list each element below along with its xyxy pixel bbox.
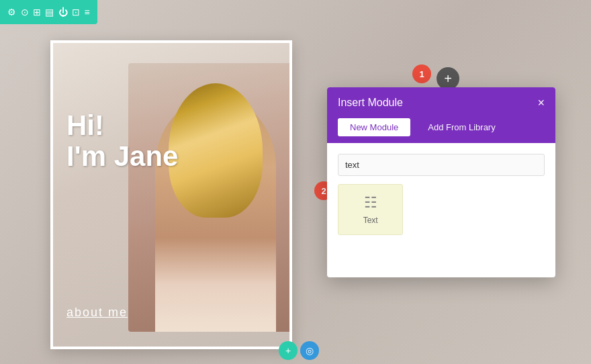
modal-close-button[interactable]: × [537, 97, 545, 109]
modal-title: Insert Module [338, 97, 403, 109]
modal-tabs: New Module Add From Library [327, 118, 555, 143]
step-badge-1: 1 [412, 64, 431, 83]
module-search-input[interactable] [338, 154, 545, 176]
page-card: Hi! I'm Jane about me [50, 40, 292, 349]
card-inner: Hi! I'm Jane about me [53, 43, 289, 347]
insert-module-modal: Insert Module × New Module Add From Libr… [327, 87, 555, 277]
tab-new-module[interactable]: New Module [338, 118, 410, 136]
toolbar: ⚙ ⊙ ⊞ ▤ ⏻ ⊡ ≡ [0, 0, 97, 24]
tab-add-from-library[interactable]: Add From Library [416, 118, 507, 136]
bottom-action-buttons: + ◎ [279, 341, 319, 360]
add-module-button[interactable]: + [437, 67, 459, 90]
modal-body: ☷ Text [327, 143, 555, 277]
settings-row-button[interactable]: ◎ [300, 341, 319, 360]
card-hi-text: Hi! [66, 110, 178, 141]
card-photo [128, 63, 292, 332]
text-module-icon: ☷ [364, 194, 377, 212]
card-name-text: I'm Jane [66, 141, 178, 172]
box-icon[interactable]: ⊡ [72, 7, 80, 17]
menu-icon[interactable]: ≡ [85, 7, 90, 17]
modal-header: Insert Module × [327, 87, 555, 118]
card-about-link[interactable]: about me [66, 306, 128, 320]
add-row-button[interactable]: + [279, 341, 298, 360]
card-text: Hi! I'm Jane [66, 110, 178, 172]
power-icon[interactable]: ⏻ [58, 7, 68, 17]
settings-icon[interactable]: ⚙ [7, 7, 16, 17]
target-icon[interactable]: ⊙ [21, 7, 29, 17]
module-grid: ☷ Text [338, 184, 545, 235]
grid-icon[interactable]: ⊞ [33, 7, 41, 17]
text-module-label: Text [363, 216, 378, 225]
module-item-text[interactable]: ☷ Text [338, 184, 403, 235]
layout-icon[interactable]: ▤ [45, 7, 54, 17]
